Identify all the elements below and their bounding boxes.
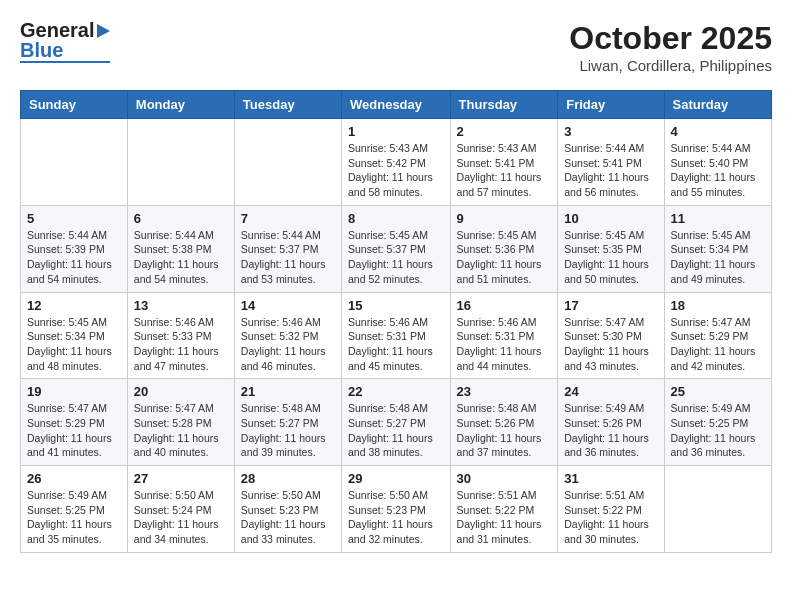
day-info: Sunrise: 5:44 AMSunset: 5:41 PMDaylight:… [564,141,657,200]
calendar-cell: 5Sunrise: 5:44 AMSunset: 5:39 PMDaylight… [21,205,128,292]
day-number: 20 [134,384,228,399]
day-of-week-header: Sunday [21,91,128,119]
day-number: 8 [348,211,444,226]
day-number: 4 [671,124,765,139]
calendar-body: 1Sunrise: 5:43 AMSunset: 5:42 PMDaylight… [21,119,772,553]
calendar-subtitle: Liwan, Cordillera, Philippines [569,57,772,74]
logo-triangle-icon [97,24,110,38]
day-number: 6 [134,211,228,226]
day-number: 7 [241,211,335,226]
day-info: Sunrise: 5:48 AMSunset: 5:27 PMDaylight:… [241,401,335,460]
calendar-cell: 4Sunrise: 5:44 AMSunset: 5:40 PMDaylight… [664,119,771,206]
day-info: Sunrise: 5:46 AMSunset: 5:32 PMDaylight:… [241,315,335,374]
calendar-cell: 22Sunrise: 5:48 AMSunset: 5:27 PMDayligh… [342,379,451,466]
day-info: Sunrise: 5:51 AMSunset: 5:22 PMDaylight:… [457,488,552,547]
day-info: Sunrise: 5:46 AMSunset: 5:31 PMDaylight:… [348,315,444,374]
day-of-week-header: Friday [558,91,664,119]
page-header: General Blue October 2025 Liwan, Cordill… [20,20,772,74]
calendar-cell: 17Sunrise: 5:47 AMSunset: 5:30 PMDayligh… [558,292,664,379]
calendar-week-row: 5Sunrise: 5:44 AMSunset: 5:39 PMDaylight… [21,205,772,292]
day-header-row: SundayMondayTuesdayWednesdayThursdayFrid… [21,91,772,119]
day-info: Sunrise: 5:49 AMSunset: 5:26 PMDaylight:… [564,401,657,460]
day-number: 19 [27,384,121,399]
day-info: Sunrise: 5:44 AMSunset: 5:39 PMDaylight:… [27,228,121,287]
logo-underline [20,61,110,63]
day-info: Sunrise: 5:45 AMSunset: 5:36 PMDaylight:… [457,228,552,287]
day-info: Sunrise: 5:43 AMSunset: 5:41 PMDaylight:… [457,141,552,200]
day-number: 18 [671,298,765,313]
calendar-cell: 8Sunrise: 5:45 AMSunset: 5:37 PMDaylight… [342,205,451,292]
calendar-week-row: 12Sunrise: 5:45 AMSunset: 5:34 PMDayligh… [21,292,772,379]
calendar-cell: 31Sunrise: 5:51 AMSunset: 5:22 PMDayligh… [558,466,664,553]
day-number: 9 [457,211,552,226]
day-of-week-header: Saturday [664,91,771,119]
day-info: Sunrise: 5:48 AMSunset: 5:27 PMDaylight:… [348,401,444,460]
day-number: 12 [27,298,121,313]
calendar-cell: 14Sunrise: 5:46 AMSunset: 5:32 PMDayligh… [234,292,341,379]
day-number: 23 [457,384,552,399]
calendar-cell: 24Sunrise: 5:49 AMSunset: 5:26 PMDayligh… [558,379,664,466]
logo: General Blue [20,20,110,63]
day-of-week-header: Thursday [450,91,558,119]
day-info: Sunrise: 5:45 AMSunset: 5:34 PMDaylight:… [27,315,121,374]
calendar-week-row: 19Sunrise: 5:47 AMSunset: 5:29 PMDayligh… [21,379,772,466]
day-number: 17 [564,298,657,313]
calendar-cell [234,119,341,206]
calendar-cell [127,119,234,206]
day-info: Sunrise: 5:43 AMSunset: 5:42 PMDaylight:… [348,141,444,200]
day-number: 26 [27,471,121,486]
calendar-cell: 28Sunrise: 5:50 AMSunset: 5:23 PMDayligh… [234,466,341,553]
calendar-cell: 27Sunrise: 5:50 AMSunset: 5:24 PMDayligh… [127,466,234,553]
calendar-cell: 13Sunrise: 5:46 AMSunset: 5:33 PMDayligh… [127,292,234,379]
calendar-cell: 7Sunrise: 5:44 AMSunset: 5:37 PMDaylight… [234,205,341,292]
day-info: Sunrise: 5:47 AMSunset: 5:28 PMDaylight:… [134,401,228,460]
day-number: 2 [457,124,552,139]
calendar-cell: 15Sunrise: 5:46 AMSunset: 5:31 PMDayligh… [342,292,451,379]
day-info: Sunrise: 5:45 AMSunset: 5:37 PMDaylight:… [348,228,444,287]
day-info: Sunrise: 5:45 AMSunset: 5:35 PMDaylight:… [564,228,657,287]
calendar-cell: 20Sunrise: 5:47 AMSunset: 5:28 PMDayligh… [127,379,234,466]
calendar-cell: 25Sunrise: 5:49 AMSunset: 5:25 PMDayligh… [664,379,771,466]
day-info: Sunrise: 5:47 AMSunset: 5:30 PMDaylight:… [564,315,657,374]
calendar-cell: 2Sunrise: 5:43 AMSunset: 5:41 PMDaylight… [450,119,558,206]
calendar-cell: 1Sunrise: 5:43 AMSunset: 5:42 PMDaylight… [342,119,451,206]
day-info: Sunrise: 5:49 AMSunset: 5:25 PMDaylight:… [27,488,121,547]
day-number: 13 [134,298,228,313]
day-info: Sunrise: 5:47 AMSunset: 5:29 PMDaylight:… [671,315,765,374]
day-number: 16 [457,298,552,313]
calendar-cell: 19Sunrise: 5:47 AMSunset: 5:29 PMDayligh… [21,379,128,466]
logo-general-text: General [20,20,94,40]
day-info: Sunrise: 5:44 AMSunset: 5:37 PMDaylight:… [241,228,335,287]
day-info: Sunrise: 5:44 AMSunset: 5:40 PMDaylight:… [671,141,765,200]
day-number: 24 [564,384,657,399]
day-number: 11 [671,211,765,226]
calendar-table: SundayMondayTuesdayWednesdayThursdayFrid… [20,90,772,553]
calendar-cell: 6Sunrise: 5:44 AMSunset: 5:38 PMDaylight… [127,205,234,292]
day-number: 30 [457,471,552,486]
day-info: Sunrise: 5:50 AMSunset: 5:24 PMDaylight:… [134,488,228,547]
day-info: Sunrise: 5:48 AMSunset: 5:26 PMDaylight:… [457,401,552,460]
calendar-title: October 2025 [569,20,772,57]
calendar-cell: 10Sunrise: 5:45 AMSunset: 5:35 PMDayligh… [558,205,664,292]
day-number: 5 [27,211,121,226]
logo-blue-text: Blue [20,40,63,60]
calendar-cell: 16Sunrise: 5:46 AMSunset: 5:31 PMDayligh… [450,292,558,379]
day-info: Sunrise: 5:50 AMSunset: 5:23 PMDaylight:… [348,488,444,547]
day-info: Sunrise: 5:46 AMSunset: 5:31 PMDaylight:… [457,315,552,374]
day-of-week-header: Tuesday [234,91,341,119]
calendar-cell: 9Sunrise: 5:45 AMSunset: 5:36 PMDaylight… [450,205,558,292]
calendar-cell [664,466,771,553]
calendar-cell: 11Sunrise: 5:45 AMSunset: 5:34 PMDayligh… [664,205,771,292]
day-number: 28 [241,471,335,486]
calendar-header: SundayMondayTuesdayWednesdayThursdayFrid… [21,91,772,119]
day-info: Sunrise: 5:50 AMSunset: 5:23 PMDaylight:… [241,488,335,547]
day-info: Sunrise: 5:46 AMSunset: 5:33 PMDaylight:… [134,315,228,374]
calendar-cell: 12Sunrise: 5:45 AMSunset: 5:34 PMDayligh… [21,292,128,379]
day-info: Sunrise: 5:51 AMSunset: 5:22 PMDaylight:… [564,488,657,547]
day-info: Sunrise: 5:45 AMSunset: 5:34 PMDaylight:… [671,228,765,287]
day-of-week-header: Monday [127,91,234,119]
day-of-week-header: Wednesday [342,91,451,119]
day-info: Sunrise: 5:49 AMSunset: 5:25 PMDaylight:… [671,401,765,460]
calendar-week-row: 1Sunrise: 5:43 AMSunset: 5:42 PMDaylight… [21,119,772,206]
day-number: 21 [241,384,335,399]
